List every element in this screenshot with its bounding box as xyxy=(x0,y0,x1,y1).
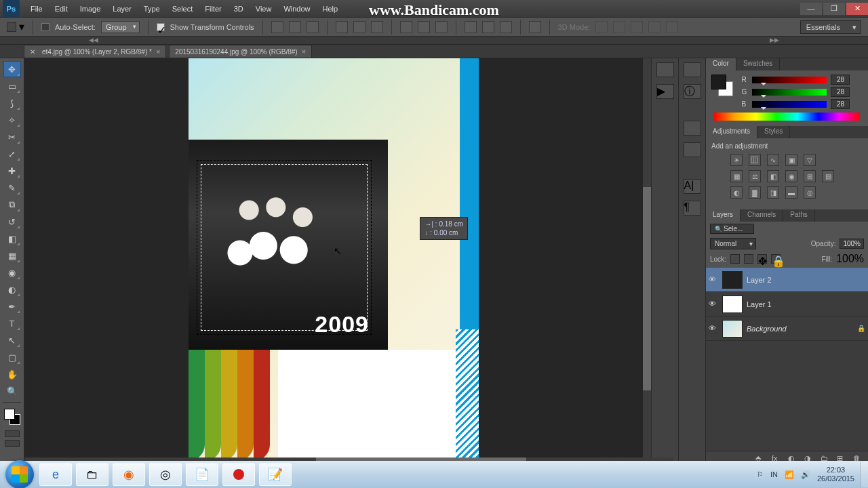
taskbar-chrome[interactable]: ◎ xyxy=(149,463,182,486)
lasso-tool[interactable]: ⟆ xyxy=(3,95,21,111)
canvas-area[interactable]: 2009 →| : 0.18 cm↓ : 0.00 cm ↖ xyxy=(24,58,651,466)
tray-flag-icon[interactable]: ⚐ xyxy=(757,470,764,479)
tray-lang[interactable]: IN xyxy=(770,470,778,479)
brush-presets-panel-icon[interactable] xyxy=(684,142,701,157)
adj-mixer-icon[interactable]: ⊞ xyxy=(804,170,816,182)
rectangle-tool[interactable]: ▢ xyxy=(3,349,21,365)
adj-brightness-icon[interactable]: ☀ xyxy=(730,154,743,166)
layer-thumbnail[interactable] xyxy=(722,296,743,313)
history-panel-icon[interactable] xyxy=(656,62,674,77)
menu-select[interactable]: Select xyxy=(167,2,199,16)
type-tool[interactable]: T xyxy=(3,315,21,331)
blur-tool[interactable]: ◉ xyxy=(3,264,21,281)
tab-swatches[interactable]: Swatches xyxy=(736,58,780,70)
gradient-tool[interactable]: ▦ xyxy=(3,247,21,264)
adj-threshold-icon[interactable]: ◨ xyxy=(767,186,779,199)
brush-panel-icon[interactable] xyxy=(684,62,701,77)
history-brush-tool[interactable]: ↺ xyxy=(3,214,21,230)
document-canvas[interactable]: 2009 →| : 0.18 cm↓ : 0.00 cm ↖ xyxy=(189,58,479,461)
adj-posterize-icon[interactable]: ▓ xyxy=(749,186,761,199)
tray-volume-icon[interactable]: 🔊 xyxy=(801,470,810,479)
pen-tool[interactable]: ✒ xyxy=(3,298,21,314)
g-slider[interactable] xyxy=(752,89,827,96)
clone-stamp-tool[interactable]: ⧉ xyxy=(3,197,21,213)
zoom-tool[interactable]: 🔍 xyxy=(3,383,21,399)
adj-selective-icon[interactable]: ◎ xyxy=(804,186,816,199)
tab-color[interactable]: Color xyxy=(706,58,736,70)
lock-pixels-icon[interactable] xyxy=(730,254,740,264)
distribute-1-icon[interactable] xyxy=(400,21,412,33)
lock-all-icon[interactable]: ✥ xyxy=(757,254,767,264)
align-hcenter-icon[interactable] xyxy=(353,21,366,33)
adj-invert-icon[interactable]: ◐ xyxy=(730,186,743,199)
menu-type[interactable]: Type xyxy=(138,2,165,16)
distribute-3-icon[interactable] xyxy=(435,21,448,33)
document-tab-1[interactable]: et4.jpg @ 100% (Layer 2, RGB/8#) *× xyxy=(24,45,166,58)
distribute-5-icon[interactable] xyxy=(482,21,494,33)
workspace-switcher[interactable]: Essentials xyxy=(800,20,861,34)
move-tool[interactable]: ✥ xyxy=(3,61,21,77)
start-button[interactable] xyxy=(5,460,34,488)
close-button[interactable]: ✕ xyxy=(846,3,868,15)
menu-view[interactable]: View xyxy=(250,2,277,16)
adj-lookup-icon[interactable]: ▤ xyxy=(822,170,834,182)
adj-vibrance-icon[interactable]: ▽ xyxy=(804,154,816,166)
tray-network-icon[interactable]: 📶 xyxy=(785,470,794,479)
distribute-4-icon[interactable] xyxy=(465,21,477,33)
taskbar-firefox[interactable]: ◉ xyxy=(113,463,145,486)
tab-styles[interactable]: Styles xyxy=(757,126,790,138)
layer-thumbnail[interactable] xyxy=(722,271,743,289)
tab-layers[interactable]: Layers xyxy=(706,209,741,222)
menu-filter[interactable]: Filter xyxy=(199,2,226,16)
taskbar-explorer[interactable]: 🗀 xyxy=(76,463,108,486)
show-desktop-button[interactable] xyxy=(860,462,868,487)
distribute-6-icon[interactable] xyxy=(500,21,512,33)
layer-row-background[interactable]: 👁 Background 🔒 xyxy=(706,317,868,341)
tool-preset-picker[interactable]: ▾ xyxy=(7,20,24,33)
minimize-button[interactable]: — xyxy=(800,3,822,15)
color-panel-swatch[interactable] xyxy=(711,75,733,96)
menu-window[interactable]: Window xyxy=(278,2,315,16)
auto-align-icon[interactable] xyxy=(529,21,541,33)
close-tab-2-icon[interactable]: × xyxy=(302,47,306,56)
taskbar-ie[interactable]: e xyxy=(39,463,72,486)
layer-row-layer2[interactable]: 👁 Layer 2 xyxy=(706,268,868,292)
color-swatch[interactable] xyxy=(4,409,20,425)
visibility-toggle-icon[interactable]: 👁 xyxy=(709,275,718,285)
visibility-toggle-icon[interactable]: 👁 xyxy=(709,324,718,333)
align-vcenter-icon[interactable] xyxy=(289,21,301,33)
info-panel-icon[interactable]: ⓘ xyxy=(684,84,701,99)
healing-brush-tool[interactable]: ✚ xyxy=(3,163,21,179)
auto-select-target[interactable]: Group xyxy=(101,21,140,33)
vertical-scroll-thumb[interactable] xyxy=(643,187,651,390)
adj-curves-icon[interactable]: ∿ xyxy=(767,154,779,166)
align-bottom-icon[interactable] xyxy=(307,21,319,33)
align-right-icon[interactable] xyxy=(371,21,383,33)
magic-wand-tool[interactable]: ✧ xyxy=(3,112,21,128)
layer-name[interactable]: Layer 2 xyxy=(747,276,772,284)
adj-levels-icon[interactable]: ⿲ xyxy=(749,154,761,166)
marquee-tool[interactable]: ▭ xyxy=(3,78,21,94)
show-transform-checkbox[interactable]: ✓ xyxy=(157,23,165,31)
adj-gradientmap-icon[interactable]: ▬ xyxy=(785,186,797,199)
adj-bw-icon[interactable]: ◧ xyxy=(767,170,779,182)
visibility-toggle-icon[interactable]: 👁 xyxy=(709,300,718,309)
maximize-button[interactable]: ❐ xyxy=(823,3,845,15)
lock-position-icon[interactable] xyxy=(744,254,753,264)
menu-file[interactable]: File xyxy=(25,2,48,16)
eraser-tool[interactable]: ◧ xyxy=(3,230,21,247)
g-value[interactable]: 28 xyxy=(831,87,850,97)
color-ramp[interactable] xyxy=(714,113,860,121)
menu-edit[interactable]: Edit xyxy=(50,2,73,16)
eyedropper-tool[interactable]: ⤢ xyxy=(3,146,21,162)
menu-image[interactable]: Image xyxy=(75,2,106,16)
layer-name[interactable]: Layer 1 xyxy=(747,300,772,308)
layer-filter-type[interactable]: Sele... xyxy=(710,224,754,234)
tab-paths[interactable]: Paths xyxy=(783,209,815,222)
adj-exposure-icon[interactable]: ▣ xyxy=(785,154,797,166)
b-slider[interactable] xyxy=(752,101,827,108)
actions-panel-icon[interactable]: ▶ xyxy=(656,84,674,99)
brush-tool[interactable]: ✎ xyxy=(3,180,21,196)
layer-name[interactable]: Background xyxy=(747,325,787,333)
opacity-value[interactable]: 100% xyxy=(840,239,864,249)
